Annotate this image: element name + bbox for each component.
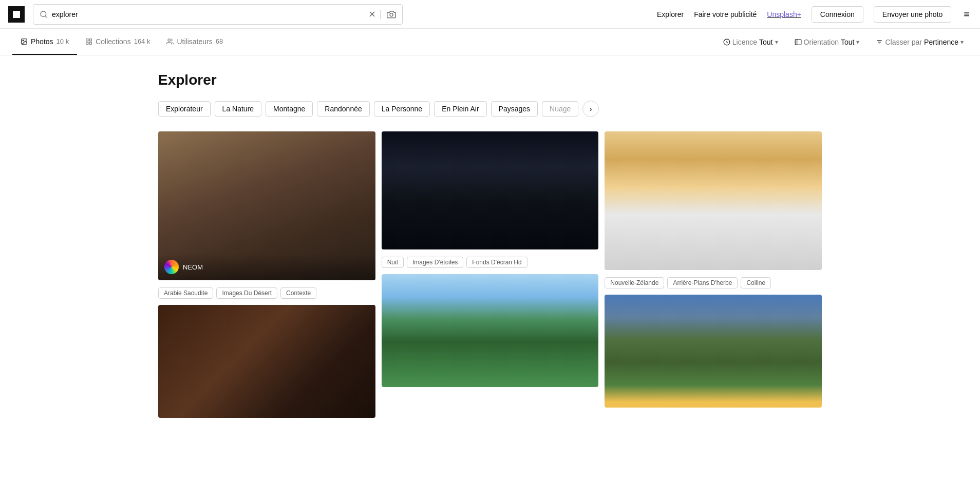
- svg-rect-4: [86, 38, 88, 41]
- nav-publicite[interactable]: Faire votre publicité: [694, 10, 757, 18]
- photo-card-night[interactable]: [382, 131, 599, 249]
- photo-tag-desert[interactable]: Images Du Désert: [216, 287, 277, 299]
- tag-pleinair[interactable]: En Plein Air: [434, 101, 486, 117]
- unsplash-logo[interactable]: [8, 6, 25, 23]
- photo-card-meadow[interactable]: [605, 295, 822, 408]
- photo-grid: NEOM Arabie Saoudite Images Du Désert Co…: [158, 131, 822, 418]
- photo-tag-colline[interactable]: Colline: [741, 277, 771, 288]
- svg-rect-7: [86, 42, 88, 44]
- licence-chevron-icon: ▾: [775, 38, 778, 46]
- sort-filter-label: Classer par: [885, 38, 922, 46]
- photo-tag-fonds[interactable]: Fonds D'écran Hd: [466, 257, 527, 268]
- photo-tag-contexte[interactable]: Contexte: [280, 287, 316, 299]
- photo-card-canyon[interactable]: NEOM: [158, 131, 375, 280]
- tab-collections-label: Collections: [96, 37, 130, 46]
- tag-randonnee[interactable]: Randonnée: [317, 101, 369, 117]
- photo-tag-nuit[interactable]: Nuit: [382, 257, 404, 268]
- orientation-filter-button[interactable]: Orientation Tout ▾: [790, 36, 864, 48]
- main-content: Explorer Explorateur La Nature Montagne …: [146, 55, 834, 434]
- tag-personne[interactable]: La Personne: [374, 101, 430, 117]
- sort-chevron-icon: ▾: [960, 38, 964, 46]
- orientation-icon: [795, 38, 802, 46]
- visual-search-button[interactable]: [380, 10, 396, 19]
- tabs-left: Photos 10 k Collections 164 k Utilisateu…: [12, 29, 231, 55]
- svg-rect-6: [89, 42, 91, 44]
- photo-col-3: Nouvelle-Zélande Arrière-Plans D'herbe C…: [605, 131, 822, 418]
- orientation-filter-label: Orientation: [804, 38, 839, 46]
- svg-rect-5: [89, 38, 91, 41]
- nav-links: Explorer Faire votre publicité Unsplash+…: [657, 6, 972, 23]
- photo-card-flag[interactable]: [158, 305, 375, 418]
- tab-utilisateurs-count: 68: [216, 37, 223, 45]
- nav-explorer[interactable]: Explorer: [657, 10, 684, 18]
- photo-tag-herbe[interactable]: Arrière-Plans D'herbe: [667, 277, 738, 288]
- tab-photos-label: Photos: [31, 37, 53, 46]
- svg-point-1: [390, 13, 393, 16]
- camera-icon: [387, 10, 396, 19]
- svg-rect-10: [795, 39, 801, 45]
- tag-paysages[interactable]: Paysages: [491, 101, 538, 117]
- photo-card-clouds[interactable]: [605, 131, 822, 270]
- tabs-and-filters-bar: Photos 10 k Collections 164 k Utilisateu…: [0, 29, 980, 55]
- photo-col-1: NEOM Arabie Saoudite Images Du Désert Co…: [158, 131, 375, 418]
- svg-point-3: [23, 40, 24, 41]
- photo-tag-nz[interactable]: Nouvelle-Zélande: [605, 277, 664, 288]
- svg-point-8: [168, 38, 171, 41]
- licence-filter-value: Tout: [759, 38, 772, 46]
- sort-icon: [876, 38, 883, 46]
- tab-utilisateurs[interactable]: Utilisateurs 68: [158, 29, 231, 55]
- tab-photos-count: 10 k: [56, 37, 69, 45]
- search-clear-button[interactable]: ✕: [368, 10, 376, 19]
- photo-tags-clouds: Nouvelle-Zélande Arrière-Plans D'herbe C…: [605, 277, 822, 288]
- tags-row: Explorateur La Nature Montagne Randonnée…: [158, 101, 822, 117]
- tab-photos[interactable]: Photos 10 k: [12, 29, 77, 55]
- envoyer-button[interactable]: Envoyer une photo: [874, 6, 952, 23]
- search-icon: [40, 10, 48, 18]
- collection-tab-icon: [85, 38, 92, 45]
- licence-filter-button[interactable]: Licence Tout ▾: [719, 36, 782, 48]
- sort-filter-button[interactable]: Classer par Pertinence ▾: [872, 36, 968, 48]
- licence-filter-label: Licence: [732, 38, 757, 46]
- photo-tags-night: Nuit Images D'étoiles Fonds D'écran Hd: [382, 257, 599, 268]
- tag-nature[interactable]: La Nature: [215, 101, 261, 117]
- photo-tag-arabie[interactable]: Arabie Saoudite: [158, 287, 213, 299]
- search-bar: ✕: [33, 4, 403, 25]
- hamburger-button[interactable]: ≡: [962, 6, 972, 22]
- photo-col-2: Nuit Images D'étoiles Fonds D'écran Hd: [382, 131, 599, 418]
- orientation-filter-value: Tout: [841, 38, 854, 46]
- photo-tab-icon: [21, 38, 28, 45]
- photo-card-valley[interactable]: [382, 274, 599, 387]
- user-tab-icon: [166, 38, 174, 45]
- svg-point-0: [41, 11, 46, 17]
- tab-collections-count: 164 k: [134, 37, 150, 45]
- nav-unsplash-plus[interactable]: Unsplash+: [767, 10, 801, 18]
- orientation-chevron-icon: ▾: [856, 38, 859, 46]
- search-input[interactable]: [52, 10, 364, 18]
- tab-collections[interactable]: Collections 164 k: [77, 29, 158, 55]
- tab-utilisateurs-label: Utilisateurs: [177, 37, 212, 46]
- tags-next-button[interactable]: ›: [582, 101, 599, 117]
- tag-montagne[interactable]: Montagne: [266, 101, 313, 117]
- header: ✕ Explorer Faire votre publicité Unsplas…: [0, 0, 980, 29]
- photographer-name-neom: NEOM: [183, 263, 203, 271]
- page-title: Explorer: [158, 72, 822, 88]
- sort-filter-value: Pertinence: [924, 38, 958, 46]
- photo-tag-etoiles[interactable]: Images D'étoiles: [407, 257, 463, 268]
- licence-icon: [723, 38, 730, 46]
- photo-tags-canyon: Arabie Saoudite Images Du Désert Context…: [158, 287, 375, 299]
- connexion-button[interactable]: Connexion: [812, 6, 863, 23]
- filters-right: Licence Tout ▾ Orientation Tout ▾ Classe…: [719, 36, 968, 48]
- tag-nuage[interactable]: Nuage: [542, 101, 578, 117]
- tag-explorateur[interactable]: Explorateur: [158, 101, 211, 117]
